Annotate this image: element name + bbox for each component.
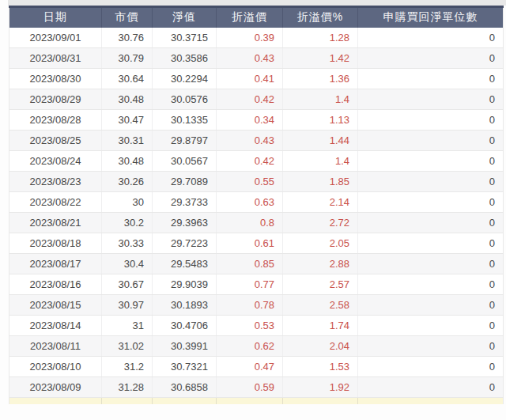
table-row: 2023/08/1031.230.73210.471.530 [9,357,504,377]
cell-net-units: 0 [358,48,504,69]
cell-premium: 0.85 [217,254,283,274]
cell-net-units: 0 [358,377,504,398]
cell-market-price: 30.76 [102,28,153,48]
cell-market-price: 30.64 [102,69,153,89]
column-header-net-units: 申購買回淨單位數 [358,7,504,28]
table-row: 2023/08/1630.6729.90390.772.570 [9,274,504,295]
cell-net-units: 0 [358,295,504,316]
cell-premium-pct: 1.4 [283,89,358,110]
table-row: 2023/08/2330.2629.70890.551.850 [9,172,504,192]
cell-net-units: 0 [358,254,504,274]
partial-cell-date [9,398,102,404]
cell-net-units: 0 [358,336,504,357]
cell-premium: 0.61 [217,233,283,254]
cell-net-units: 0 [358,213,504,233]
table-row: 2023/08/2430.4830.05670.421.40 [9,151,504,172]
cell-premium-pct: 2.04 [283,336,358,357]
cell-market-price: 30.47 [102,110,153,131]
cell-premium-pct: 1.28 [283,28,358,48]
cell-premium-pct: 1.44 [283,131,358,151]
cell-net-units: 0 [358,316,504,336]
cell-premium-pct: 2.88 [283,254,358,274]
cell-net-units: 0 [358,274,504,295]
cell-market-price: 30 [102,192,153,213]
table-row: 2023/08/2130.229.39630.82.720 [9,213,504,233]
table-row: 2023/08/143130.47060.531.740 [9,316,504,336]
partial-cell-net-units [358,398,504,404]
cell-net-units: 0 [358,89,504,110]
cell-net-units: 0 [358,151,504,172]
cell-net-units: 0 [358,172,504,192]
cell-market-price: 30.4 [102,254,153,274]
cell-premium: 0.53 [217,316,283,336]
column-header-market-price: 市價 [102,7,153,28]
cell-date: 2023/08/14 [9,316,102,336]
cell-premium-pct: 1.13 [283,110,358,131]
cell-market-price: 30.48 [102,89,153,110]
cell-premium: 0.42 [217,151,283,172]
table-body: 2023/09/0130.7630.37150.391.2802023/08/3… [9,28,504,404]
cell-premium: 0.63 [217,192,283,213]
cell-net-units: 0 [358,131,504,151]
cell-market-price: 31.2 [102,357,153,377]
cell-market-price: 30.26 [102,172,153,192]
cell-nav: 29.7223 [153,233,217,254]
cell-net-units: 0 [358,192,504,213]
cell-premium: 0.55 [217,172,283,192]
cell-premium: 0.47 [217,357,283,377]
column-header-premium: 折溢價 [217,7,283,28]
cell-premium: 0.78 [217,295,283,316]
cell-premium-pct: 1.42 [283,48,358,69]
table-row: 2023/09/0130.7630.37150.391.280 [9,28,504,48]
top-page-strip [8,0,506,6]
cell-net-units: 0 [358,69,504,89]
cell-nav: 29.7089 [153,172,217,192]
cell-market-price: 30.33 [102,233,153,254]
column-header-premium-pct: 折溢價% [283,7,358,28]
cell-date: 2023/08/22 [9,192,102,213]
cell-market-price: 31.02 [102,336,153,357]
cell-premium: 0.41 [217,69,283,89]
cell-nav: 30.4706 [153,316,217,336]
cell-nav: 30.0567 [153,151,217,172]
cell-market-price: 30.2 [102,213,153,233]
cell-date: 2023/08/18 [9,233,102,254]
cell-nav: 29.3963 [153,213,217,233]
cell-date: 2023/08/25 [9,131,102,151]
cell-premium: 0.62 [217,336,283,357]
cell-nav: 30.6858 [153,377,217,398]
cell-date: 2023/08/16 [9,274,102,295]
cell-market-price: 31 [102,316,153,336]
cell-date: 2023/08/17 [9,254,102,274]
partial-cell-nav [153,398,217,404]
cell-market-price: 30.48 [102,151,153,172]
cell-premium: 0.8 [217,213,283,233]
partial-cell-market-price [102,398,153,404]
cell-nav: 30.3715 [153,28,217,48]
cell-premium: 0.59 [217,377,283,398]
table-row: 2023/08/2830.4730.13350.341.130 [9,110,504,131]
cell-date: 2023/08/21 [9,213,102,233]
cell-premium-pct: 1.4 [283,151,358,172]
cell-market-price: 30.79 [102,48,153,69]
table-header-row: 日期市價淨值折溢價折溢價%申購買回淨單位數 [9,7,504,28]
table-row: 2023/08/0931.2830.68580.591.920 [9,377,504,398]
cell-premium: 0.34 [217,110,283,131]
column-header-date: 日期 [9,7,102,28]
cell-premium: 0.77 [217,274,283,295]
table-row: 2023/08/1730.429.54830.852.880 [9,254,504,274]
cell-nav: 29.5483 [153,254,217,274]
cell-date: 2023/08/31 [9,48,102,69]
cell-nav: 30.3991 [153,336,217,357]
cell-premium-pct: 1.36 [283,69,358,89]
table-row: 2023/08/3030.6430.22940.411.360 [9,69,504,89]
table-row: 2023/08/1131.0230.39910.622.040 [9,336,504,357]
cell-premium: 0.42 [217,89,283,110]
partial-next-row [9,398,504,404]
cell-nav: 30.7321 [153,357,217,377]
cell-premium-pct: 2.72 [283,213,358,233]
cell-net-units: 0 [358,233,504,254]
cell-date: 2023/09/01 [9,28,102,48]
cell-date: 2023/08/29 [9,89,102,110]
cell-nav: 29.3733 [153,192,217,213]
